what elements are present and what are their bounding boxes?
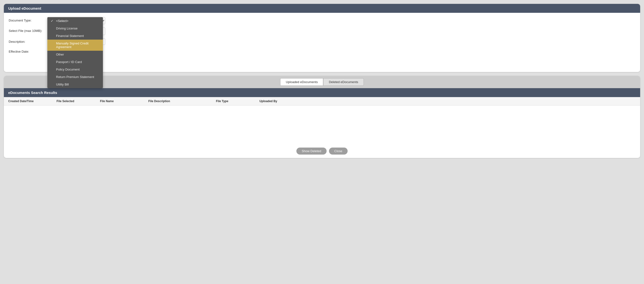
close-button[interactable]: Close [329,148,348,154]
dropdown-item-passport-id[interactable]: Passport / ID Card [47,58,103,66]
document-type-control: ✓ <Select> Driving License Financial Sta… [47,17,635,24]
effective-date-input-wrap [47,48,635,55]
show-deleted-button[interactable]: Show Deleted [296,148,326,154]
col-file-selected: File Selected [56,100,100,103]
tab-deleted-edocuments[interactable]: Deleted eDocuments [323,78,364,86]
dropdown-item-return-premium[interactable]: Return Premium Statement [47,73,103,81]
col-file-name: File Name [100,100,148,103]
dropdown-menu: ✓ <Select> Driving License Financial Sta… [47,17,103,88]
effective-date-label: Effective Date: [9,48,47,53]
dropdown-item-utility-bill[interactable]: Utility Bill [47,81,103,88]
dropdown-item-financial-statement[interactable]: Financial Statement [47,32,103,40]
dropdown-item-driving-license[interactable]: Driving License [47,25,103,32]
dropdown-item-select[interactable]: ✓ <Select> [47,17,103,25]
description-label: Description: [9,38,47,44]
dropdown-item-label: Financial Statement [56,34,84,38]
tab-uploaded-edocuments[interactable]: Uploaded eDocuments [280,78,323,86]
dropdown-item-label: Passport / ID Card [56,60,82,64]
results-card: Uploaded eDocuments Deleted eDocuments e… [4,76,640,158]
select-file-label: Select File (max 10MB): [9,28,47,32]
dropdown-item-label: Manually Signed Credit Agreement [56,42,100,49]
dropdown-item-label: Return Premium Statement [56,75,94,79]
upload-card-body: Document Type: ✓ <Select> Driving Licens… [4,13,640,72]
table-body [4,106,640,144]
dropdown-item-policy-document[interactable]: Policy Document [47,66,103,73]
dropdown-item-label: Utility Bill [56,82,69,86]
upload-card-title: Upload eDocument [8,6,41,10]
dropdown-item-label: <Select> [56,19,68,23]
file-input-wrap [47,28,635,35]
description-input-wrap [47,38,635,45]
col-file-type: File Type [216,100,260,103]
dropdown-item-manually-signed[interactable]: Manually Signed Credit Agreement [47,40,103,51]
col-uploaded-by: Uploaded By [260,100,636,103]
dropdown-item-label: Driving License [56,26,78,30]
document-type-label: Document Type: [9,17,47,22]
col-created-datetime: Created Date/Time [8,100,56,103]
checkmark-icon: ✓ [51,19,54,23]
dropdown-item-label: Policy Document [56,68,80,71]
results-header: eDocuments Search Results [4,88,640,97]
bottom-bar: Show Deleted Close [4,144,640,158]
dropdown-item-label: Other [56,53,64,56]
document-type-row: Document Type: ✓ <Select> Driving Licens… [9,17,635,24]
table-header: Created Date/Time File Selected File Nam… [4,97,640,106]
dropdown-item-other[interactable]: Other [47,51,103,58]
results-title: eDocuments Search Results [8,90,57,95]
col-file-description: File Description [148,100,216,103]
upload-edocument-card: Upload eDocument Document Type: ✓ <Selec… [4,4,640,72]
upload-card-header: Upload eDocument [4,4,640,13]
